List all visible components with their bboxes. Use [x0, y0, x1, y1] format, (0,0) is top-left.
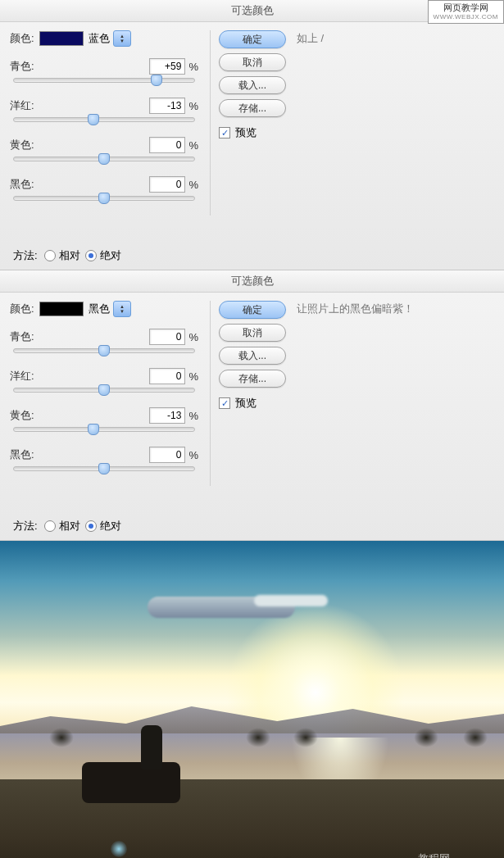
- load-button[interactable]: 载入...: [219, 76, 286, 94]
- magenta-thumb[interactable]: [98, 384, 110, 396]
- ok-button[interactable]: 确定: [219, 30, 286, 48]
- color-swatch[interactable]: [39, 31, 84, 46]
- cyan-track[interactable]: [13, 348, 195, 353]
- cyan-thumb[interactable]: [98, 345, 110, 356]
- black-input[interactable]: [149, 447, 185, 463]
- preview-label: 预览: [235, 125, 257, 140]
- checkbox-icon[interactable]: ✓: [219, 397, 230, 409]
- selective-color-panel-1: 网页教学网 WWW.WEBJX.COM 可选颜色 如上 / 颜色: 蓝色 ▲▼ …: [0, 0, 504, 270]
- selective-color-panel-2: 可选颜色 让照片上的黑色偏暗紫！ 颜色: 黑色 ▲▼ 青色: %: [0, 270, 504, 541]
- radio-icon[interactable]: [44, 250, 56, 261]
- black-track[interactable]: [13, 466, 195, 471]
- watermark-badge: 网页教学网 WWW.WEBJX.COM: [428, 0, 504, 24]
- preview-label: 预览: [235, 396, 257, 411]
- lens-flare: [111, 841, 127, 857]
- wm-right-main: 教程网: [418, 852, 450, 858]
- black-slider-group: 黑色: %: [10, 447, 198, 471]
- percent-sign: %: [188, 179, 198, 191]
- magenta-input[interactable]: [149, 368, 185, 384]
- relative-label: 相对: [59, 519, 80, 533]
- rock-shape: [82, 762, 180, 803]
- method-relative[interactable]: 相对: [44, 519, 80, 533]
- yellow-label: 黄色:: [10, 138, 34, 152]
- color-selector-row: 颜色: 黑色 ▲▼: [10, 301, 198, 317]
- yellow-track[interactable]: [13, 157, 195, 161]
- ok-button[interactable]: 确定: [219, 301, 286, 319]
- foreground-shore: [0, 779, 504, 858]
- color-stepper[interactable]: ▲▼: [113, 301, 131, 317]
- cloud-shape: [148, 597, 295, 618]
- watermark-sub: WWW.WEBJX.COM: [434, 13, 498, 21]
- tree-shape: [246, 728, 270, 747]
- color-name: 蓝色: [89, 31, 110, 46]
- color-name: 黑色: [89, 302, 110, 316]
- method-relative[interactable]: 相对: [44, 248, 80, 263]
- magenta-input[interactable]: [149, 98, 185, 114]
- radio-icon[interactable]: [44, 520, 56, 532]
- watermark-main: 网页教学网: [434, 2, 498, 13]
- magenta-slider-group: 洋红: %: [10, 368, 198, 393]
- load-button[interactable]: 载入...: [219, 347, 286, 365]
- tree-shape: [463, 728, 488, 747]
- method-label: 方法:: [13, 248, 38, 263]
- cyan-track[interactable]: [13, 78, 195, 83]
- color-label: 颜色:: [10, 302, 39, 316]
- cyan-input[interactable]: [149, 329, 185, 345]
- percent-sign: %: [188, 61, 198, 73]
- tree-shape: [49, 728, 74, 747]
- magenta-slider-group: 洋红: %: [10, 98, 198, 122]
- black-thumb[interactable]: [98, 193, 110, 204]
- magenta-thumb[interactable]: [88, 114, 99, 125]
- relative-label: 相对: [59, 248, 80, 263]
- save-button[interactable]: 存储...: [219, 370, 286, 388]
- cancel-button[interactable]: 取消: [219, 53, 286, 71]
- yellow-thumb[interactable]: [98, 153, 110, 165]
- tree-shape: [414, 728, 438, 747]
- black-slider-group: 黑色: %: [10, 176, 198, 201]
- yellow-input[interactable]: [149, 407, 185, 424]
- cyan-slider-group: 青色: %: [10, 58, 198, 83]
- save-button[interactable]: 存储...: [219, 99, 286, 117]
- color-swatch[interactable]: [39, 302, 84, 316]
- radio-icon[interactable]: [85, 520, 97, 532]
- color-label: 颜色:: [10, 31, 39, 46]
- magenta-track[interactable]: [13, 117, 195, 122]
- yellow-slider-group: 黄色: %: [10, 407, 198, 432]
- percent-sign: %: [188, 139, 198, 152]
- annotation-text: 让照片上的黑色偏暗紫！: [297, 302, 414, 316]
- yellow-input[interactable]: [149, 137, 185, 153]
- absolute-label: 绝对: [100, 248, 121, 263]
- percent-sign: %: [188, 370, 198, 383]
- panel-title: 可选颜色: [0, 270, 504, 293]
- color-stepper[interactable]: ▲▼: [113, 30, 131, 47]
- method-absolute[interactable]: 绝对: [85, 248, 121, 263]
- black-label: 黑色:: [10, 447, 34, 462]
- watermark-right: 教程网 jiaocheng.chazidian.com: [418, 851, 499, 858]
- yellow-slider-group: 黄色: %: [10, 137, 198, 161]
- result-photo: 思缘设计 查字典 教程网 jiaocheng.chazidian.com: [0, 541, 504, 858]
- cyan-input[interactable]: [149, 58, 185, 75]
- preview-checkbox-row[interactable]: ✓ 预览: [219, 396, 494, 411]
- absolute-label: 绝对: [100, 519, 121, 533]
- yellow-track[interactable]: [13, 427, 195, 432]
- color-selector-row: 颜色: 蓝色 ▲▼: [10, 30, 198, 47]
- cancel-button[interactable]: 取消: [219, 324, 286, 342]
- cyan-label: 青色:: [10, 59, 34, 74]
- black-input[interactable]: [149, 176, 185, 193]
- preview-checkbox-row[interactable]: ✓ 预览: [219, 125, 494, 140]
- black-thumb[interactable]: [98, 463, 110, 474]
- yellow-thumb[interactable]: [88, 424, 99, 435]
- cyan-thumb[interactable]: [151, 75, 162, 86]
- checkbox-icon[interactable]: ✓: [219, 127, 230, 138]
- magenta-label: 洋红:: [10, 369, 34, 384]
- method-absolute[interactable]: 绝对: [85, 519, 121, 533]
- black-track[interactable]: [13, 196, 195, 201]
- tree-shape: [293, 728, 318, 747]
- percent-sign: %: [188, 331, 198, 343]
- person-silhouette: [141, 725, 162, 769]
- percent-sign: %: [188, 100, 198, 112]
- annotation-text: 如上 /: [297, 31, 324, 46]
- magenta-track[interactable]: [13, 388, 195, 393]
- radio-icon[interactable]: [85, 250, 97, 261]
- method-label: 方法:: [13, 519, 38, 533]
